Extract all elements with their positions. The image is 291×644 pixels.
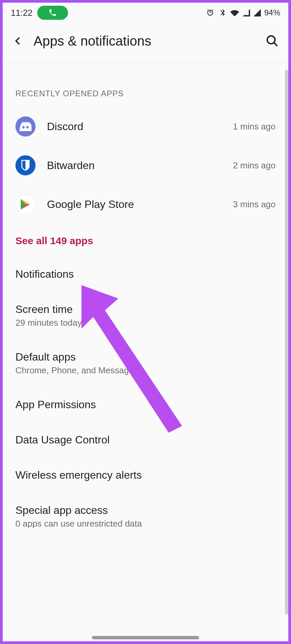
back-button[interactable] <box>11 34 25 48</box>
setting-subtitle: 0 apps can use unrestricted data <box>15 519 276 529</box>
content-scroll[interactable]: RECENTLY OPENED APPS Discord 1 mins ago … <box>3 62 288 641</box>
active-call-pill[interactable] <box>37 6 68 20</box>
scrollbar[interactable] <box>285 70 288 614</box>
setting-title: App Permissions <box>15 398 276 411</box>
google-play-icon <box>15 194 36 214</box>
status-bar: 11:22 94% <box>3 3 288 23</box>
setting-data-usage[interactable]: Data Usage Control <box>3 422 288 458</box>
setting-title: Default apps <box>15 351 276 363</box>
search-button[interactable] <box>264 33 280 49</box>
wifi-icon <box>230 9 239 16</box>
setting-title: Wireless emergency alerts <box>15 469 276 481</box>
setting-special-access[interactable]: Special app access 0 apps can use unrest… <box>3 493 288 540</box>
status-time: 11:22 <box>11 8 33 18</box>
setting-default-apps[interactable]: Default apps Chrome, Phone, and Messages <box>3 339 288 387</box>
setting-app-permissions[interactable]: App Permissions <box>3 387 288 422</box>
app-time: 3 mins ago <box>233 199 276 210</box>
svg-point-0 <box>267 36 275 44</box>
app-time: 2 mins ago <box>233 160 276 171</box>
bitwarden-icon <box>15 155 36 175</box>
app-name: Bitwarden <box>47 159 222 172</box>
page-header: Apps & notifications <box>3 23 288 62</box>
recent-app-row[interactable]: Discord 1 mins ago <box>3 107 288 146</box>
app-time: 1 mins ago <box>233 121 276 132</box>
signal-2-icon <box>253 9 261 16</box>
recent-app-row[interactable]: Google Play Store 3 mins ago <box>3 185 288 224</box>
setting-title: Notifications <box>15 268 276 280</box>
section-label-recent: RECENTLY OPENED APPS <box>3 62 288 107</box>
nav-handle[interactable] <box>92 636 199 639</box>
page-title: Apps & notifications <box>34 34 256 49</box>
setting-screen-time[interactable]: Screen time 29 minutes today <box>3 292 288 339</box>
discord-icon <box>15 116 36 137</box>
chevron-left-icon <box>13 36 23 46</box>
alarm-icon <box>206 8 215 17</box>
status-battery: 94% <box>264 8 280 17</box>
app-name: Google Play Store <box>47 198 222 211</box>
setting-subtitle: Chrome, Phone, and Messages <box>15 365 276 376</box>
phone-icon <box>48 8 57 17</box>
search-icon <box>266 34 279 48</box>
setting-title: Special app access <box>15 504 276 517</box>
recent-app-row[interactable]: Bitwarden 2 mins ago <box>3 146 288 185</box>
setting-title: Data Usage Control <box>15 434 276 446</box>
app-name: Discord <box>47 120 222 133</box>
signal-1-icon <box>243 9 250 16</box>
setting-wireless-emergency[interactable]: Wireless emergency alerts <box>3 458 288 493</box>
bluetooth-icon <box>218 8 227 17</box>
see-all-apps-link[interactable]: See all 149 apps <box>3 224 288 257</box>
setting-notifications[interactable]: Notifications <box>3 257 288 292</box>
setting-subtitle: 29 minutes today <box>15 318 276 328</box>
setting-title: Screen time <box>15 303 276 316</box>
